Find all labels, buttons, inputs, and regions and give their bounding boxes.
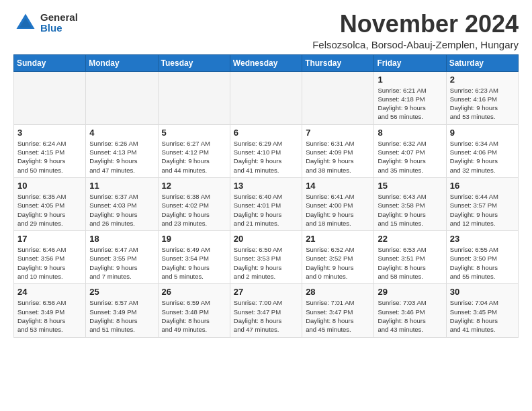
day-cell (14, 71, 86, 124)
day-cell: 22Sunrise: 6:53 AM Sunset: 3:51 PM Dayli… (374, 231, 446, 284)
day-info: Sunrise: 6:49 AM Sunset: 3:54 PM Dayligh… (162, 245, 226, 281)
day-cell: 6Sunrise: 6:29 AM Sunset: 4:10 PM Daylig… (230, 124, 302, 177)
day-info: Sunrise: 6:43 AM Sunset: 3:58 PM Dayligh… (378, 192, 442, 228)
day-number: 15 (378, 181, 442, 191)
day-number: 28 (306, 287, 370, 297)
header-thursday: Thursday (302, 54, 374, 71)
day-cell: 27Sunrise: 7:00 AM Sunset: 3:47 PM Dayli… (230, 284, 302, 337)
logo: General Blue (13, 11, 78, 35)
header-saturday: Saturday (446, 54, 518, 71)
day-info: Sunrise: 6:57 AM Sunset: 3:49 PM Dayligh… (89, 298, 154, 334)
day-number: 17 (17, 234, 82, 244)
day-cell: 2Sunrise: 6:23 AM Sunset: 4:16 PM Daylig… (446, 71, 518, 124)
day-cell: 24Sunrise: 6:56 AM Sunset: 3:49 PM Dayli… (14, 284, 86, 337)
calendar-table: SundayMondayTuesdayWednesdayThursdayFrid… (13, 54, 519, 338)
day-info: Sunrise: 6:56 AM Sunset: 3:49 PM Dayligh… (17, 298, 82, 334)
day-info: Sunrise: 6:55 AM Sunset: 3:50 PM Dayligh… (450, 245, 515, 281)
day-cell: 18Sunrise: 6:47 AM Sunset: 3:55 PM Dayli… (86, 231, 158, 284)
header-tuesday: Tuesday (158, 54, 230, 71)
day-info: Sunrise: 7:04 AM Sunset: 3:45 PM Dayligh… (450, 298, 515, 334)
day-number: 3 (17, 128, 82, 138)
day-info: Sunrise: 6:59 AM Sunset: 3:48 PM Dayligh… (162, 298, 226, 334)
day-cell: 1Sunrise: 6:21 AM Sunset: 4:18 PM Daylig… (374, 71, 446, 124)
day-info: Sunrise: 6:26 AM Sunset: 4:13 PM Dayligh… (89, 139, 154, 175)
day-info: Sunrise: 6:24 AM Sunset: 4:15 PM Dayligh… (17, 139, 82, 175)
day-info: Sunrise: 6:40 AM Sunset: 4:01 PM Dayligh… (234, 192, 298, 228)
day-info: Sunrise: 6:52 AM Sunset: 3:52 PM Dayligh… (306, 245, 370, 281)
day-number: 13 (234, 181, 298, 191)
day-info: Sunrise: 7:03 AM Sunset: 3:46 PM Dayligh… (378, 298, 442, 334)
day-number: 19 (162, 234, 226, 244)
header-row: SundayMondayTuesdayWednesdayThursdayFrid… (14, 54, 519, 71)
logo-general: General (40, 12, 78, 24)
day-number: 30 (450, 287, 515, 297)
day-cell: 23Sunrise: 6:55 AM Sunset: 3:50 PM Dayli… (446, 231, 518, 284)
day-cell: 14Sunrise: 6:41 AM Sunset: 4:00 PM Dayli… (302, 177, 374, 230)
day-number: 9 (450, 128, 515, 138)
day-cell: 19Sunrise: 6:49 AM Sunset: 3:54 PM Dayli… (158, 231, 230, 284)
day-number: 18 (89, 234, 154, 244)
day-cell: 7Sunrise: 6:31 AM Sunset: 4:09 PM Daylig… (302, 124, 374, 177)
day-cell: 20Sunrise: 6:50 AM Sunset: 3:53 PM Dayli… (230, 231, 302, 284)
day-cell: 3Sunrise: 6:24 AM Sunset: 4:15 PM Daylig… (14, 124, 86, 177)
logo-blue: Blue (40, 23, 78, 34)
day-cell (86, 71, 158, 124)
week-row-3: 17Sunrise: 6:46 AM Sunset: 3:56 PM Dayli… (14, 231, 519, 284)
header-wednesday: Wednesday (230, 54, 302, 71)
day-cell: 11Sunrise: 6:37 AM Sunset: 4:03 PM Dayli… (86, 177, 158, 230)
day-number: 2 (450, 75, 515, 85)
header-monday: Monday (86, 54, 158, 71)
day-cell: 9Sunrise: 6:34 AM Sunset: 4:06 PM Daylig… (446, 124, 518, 177)
day-info: Sunrise: 7:01 AM Sunset: 3:47 PM Dayligh… (306, 298, 370, 334)
day-number: 21 (306, 234, 370, 244)
day-number: 1 (378, 75, 442, 85)
day-number: 6 (234, 128, 298, 138)
day-info: Sunrise: 6:21 AM Sunset: 4:18 PM Dayligh… (378, 86, 442, 122)
day-cell: 12Sunrise: 6:38 AM Sunset: 4:02 PM Dayli… (158, 177, 230, 230)
day-cell: 29Sunrise: 7:03 AM Sunset: 3:46 PM Dayli… (374, 284, 446, 337)
day-number: 24 (17, 287, 82, 297)
day-info: Sunrise: 6:41 AM Sunset: 4:00 PM Dayligh… (306, 192, 370, 228)
month-title: November 2024 (312, 11, 519, 38)
day-info: Sunrise: 6:46 AM Sunset: 3:56 PM Dayligh… (17, 245, 82, 281)
day-info: Sunrise: 6:29 AM Sunset: 4:10 PM Dayligh… (234, 139, 298, 175)
day-info: Sunrise: 6:38 AM Sunset: 4:02 PM Dayligh… (162, 192, 226, 228)
day-number: 11 (89, 181, 154, 191)
day-number: 5 (162, 128, 226, 138)
day-info: Sunrise: 6:47 AM Sunset: 3:55 PM Dayligh… (89, 245, 154, 281)
page: General Blue November 2024 Felsozsolca, … (0, 0, 532, 345)
day-cell: 4Sunrise: 6:26 AM Sunset: 4:13 PM Daylig… (86, 124, 158, 177)
day-info: Sunrise: 6:35 AM Sunset: 4:05 PM Dayligh… (17, 192, 82, 228)
day-cell (302, 71, 374, 124)
day-info: Sunrise: 6:44 AM Sunset: 3:57 PM Dayligh… (450, 192, 515, 228)
day-number: 25 (89, 287, 154, 297)
week-row-2: 10Sunrise: 6:35 AM Sunset: 4:05 PM Dayli… (14, 177, 519, 230)
day-number: 4 (89, 128, 154, 138)
day-info: Sunrise: 7:00 AM Sunset: 3:47 PM Dayligh… (234, 298, 298, 334)
day-cell: 8Sunrise: 6:32 AM Sunset: 4:07 PM Daylig… (374, 124, 446, 177)
day-number: 20 (234, 234, 298, 244)
title-block: November 2024 Felsozsolca, Borsod-Abauj-… (312, 11, 519, 50)
day-cell (158, 71, 230, 124)
day-cell: 21Sunrise: 6:52 AM Sunset: 3:52 PM Dayli… (302, 231, 374, 284)
day-cell: 26Sunrise: 6:59 AM Sunset: 3:48 PM Dayli… (158, 284, 230, 337)
day-cell: 25Sunrise: 6:57 AM Sunset: 3:49 PM Dayli… (86, 284, 158, 337)
header: General Blue November 2024 Felsozsolca, … (13, 11, 519, 50)
day-info: Sunrise: 6:27 AM Sunset: 4:12 PM Dayligh… (162, 139, 226, 175)
week-row-4: 24Sunrise: 6:56 AM Sunset: 3:49 PM Dayli… (14, 284, 519, 337)
day-number: 8 (378, 128, 442, 138)
day-cell: 10Sunrise: 6:35 AM Sunset: 4:05 PM Dayli… (14, 177, 86, 230)
day-info: Sunrise: 6:53 AM Sunset: 3:51 PM Dayligh… (378, 245, 442, 281)
day-cell: 13Sunrise: 6:40 AM Sunset: 4:01 PM Dayli… (230, 177, 302, 230)
day-info: Sunrise: 6:31 AM Sunset: 4:09 PM Dayligh… (306, 139, 370, 175)
day-number: 29 (378, 287, 442, 297)
day-info: Sunrise: 6:32 AM Sunset: 4:07 PM Dayligh… (378, 139, 442, 175)
day-info: Sunrise: 6:37 AM Sunset: 4:03 PM Dayligh… (89, 192, 154, 228)
day-cell: 30Sunrise: 7:04 AM Sunset: 3:45 PM Dayli… (446, 284, 518, 337)
week-row-1: 3Sunrise: 6:24 AM Sunset: 4:15 PM Daylig… (14, 124, 519, 177)
logo-icon (13, 11, 38, 35)
day-info: Sunrise: 6:34 AM Sunset: 4:06 PM Dayligh… (450, 139, 515, 175)
day-number: 12 (162, 181, 226, 191)
day-number: 10 (17, 181, 82, 191)
day-cell: 17Sunrise: 6:46 AM Sunset: 3:56 PM Dayli… (14, 231, 86, 284)
